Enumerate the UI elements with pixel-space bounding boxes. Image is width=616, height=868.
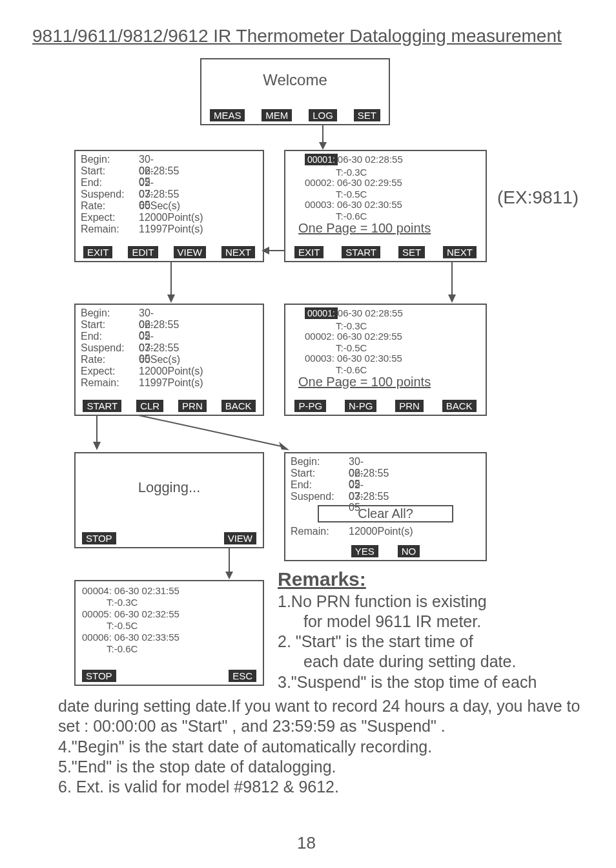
log1-t3: T:-0.6C — [336, 211, 367, 222]
clear-all-text: Clear All? — [318, 505, 453, 522]
logging-view-button[interactable]: VIEW — [224, 532, 256, 544]
welcome-screen: Welcome MEAS MEM LOG SET — [200, 58, 390, 125]
end-label: End: — [81, 177, 102, 188]
remarks-heading: Remarks: — [278, 567, 607, 592]
arrow-down-icon — [165, 261, 178, 303]
start-button[interactable]: START — [83, 400, 121, 412]
log2-pageinfo: One Page = 100 points — [298, 375, 431, 389]
page-title: 9811/9611/9812/9612 IR Thermometer Datal… — [32, 26, 584, 46]
back-button[interactable]: BACK — [221, 400, 256, 412]
begin-label: Begin: — [81, 307, 110, 318]
next-button[interactable]: NEXT — [221, 246, 255, 258]
log2-prn-button[interactable]: PRN — [395, 400, 424, 412]
page-number: 18 — [297, 833, 316, 853]
log1-pageinfo: One Page = 100 points — [298, 221, 431, 236]
welcome-text: Welcome — [201, 71, 389, 89]
remarks-side: Remarks: 1.No PRN function is existing f… — [278, 567, 607, 692]
expect-value: 12000Point(s) — [139, 212, 203, 223]
exit-button[interactable]: EXIT — [83, 246, 112, 258]
view-button[interactable]: VIEW — [174, 246, 206, 258]
arrow-diag-icon — [129, 415, 291, 453]
svg-marker-13 — [225, 572, 233, 579]
start-label: Start: — [81, 319, 105, 330]
view-stop-button[interactable]: STOP — [82, 670, 116, 682]
ppg-button[interactable]: P-PG — [294, 400, 326, 412]
clr-start-v: 02:28:55 — [349, 468, 389, 479]
log1-line3: 00003: 06-30 02:30:55 — [305, 199, 402, 210]
view-data-screen: 00004: 06-30 02:31:55 T:-0.3C 00005: 06-… — [74, 580, 264, 686]
stop-button[interactable]: STOP — [82, 532, 116, 544]
no-button[interactable]: NO — [398, 545, 420, 557]
svg-marker-9 — [93, 442, 101, 450]
start-value: 02:28:55 — [139, 319, 179, 331]
remark-1: 1.No PRN function is existing — [278, 592, 607, 612]
clr-button[interactable]: CLR — [136, 400, 163, 412]
remark-b2: 4."Begin" is the start date of automatic… — [58, 737, 588, 757]
suspend-label: Suspend: — [81, 342, 125, 353]
arrow-down-icon — [223, 547, 236, 579]
log2-t3: T:-0.6C — [336, 364, 367, 375]
expect-label: Expect: — [81, 212, 115, 223]
ex-label: (EX:9811) — [497, 187, 579, 208]
start-label: Start: — [81, 165, 105, 176]
rate-value: 60Sec(s) — [139, 200, 180, 212]
svg-line-10 — [136, 415, 284, 447]
clr-susp-v: 03:28:55 — [349, 491, 389, 502]
suspend-label: Suspend: — [81, 189, 125, 200]
log-button[interactable]: LOG — [309, 109, 337, 121]
clr-rem-l: Remain: — [291, 526, 329, 537]
log1-00001: 00001: — [305, 154, 338, 165]
remark-b4: 6. Ext. is valid for model #9812 & 9612. — [58, 777, 588, 797]
remark-b1: date during setting date.If you want to … — [58, 696, 588, 737]
log2-t1: T:-0.3C — [336, 320, 367, 331]
expect-value: 12000Point(s) — [139, 366, 203, 377]
remark-2: 2. "Start" is the start time of — [278, 632, 607, 652]
rate-label: Rate: — [81, 354, 105, 365]
log-screen-1: 00001:06-30 02:28:55 T:-0.3C 00002: 06-3… — [284, 150, 487, 262]
mem-button[interactable]: MEM — [262, 109, 292, 121]
remarks-bottom: date during setting date.If you want to … — [58, 696, 588, 797]
esc-button[interactable]: ESC — [229, 670, 256, 682]
set-button[interactable]: SET — [354, 109, 380, 121]
log1-set-button[interactable]: SET — [398, 246, 425, 258]
clr-start-l: Start: — [291, 468, 315, 479]
arrow-left-icon — [262, 244, 284, 257]
arrow-down-icon — [316, 124, 329, 150]
remain-value: 11997Point(s) — [139, 377, 203, 389]
edit-screen: Begin:30-06-05 Start:02:28:55 End:02-07-… — [74, 150, 264, 262]
log1-start-button[interactable]: START — [342, 246, 380, 258]
remark-1b: for model 9611 IR meter. — [278, 612, 607, 632]
edit-button[interactable]: EDIT — [128, 246, 158, 258]
view-l1: 00004: 06-30 02:31:55 — [82, 585, 180, 596]
arrow-down-icon — [446, 261, 458, 303]
svg-marker-5 — [167, 294, 175, 303]
view-l2: 00005: 06-30 02:32:55 — [82, 608, 180, 619]
npg-button[interactable]: N-PG — [345, 400, 377, 412]
log1-line1: 06-30 02:28:55 — [338, 154, 403, 165]
expect-label: Expect: — [81, 366, 115, 377]
log2-line3: 00003: 06-30 02:30:55 — [305, 353, 402, 364]
view-t2: T:-0.5C — [107, 620, 138, 631]
log2-back-button[interactable]: BACK — [442, 400, 477, 412]
log2-line1: 06-30 02:28:55 — [338, 307, 403, 318]
suspend-value: 03:28:55 — [139, 342, 179, 354]
log1-line2: 00002: 06-30 02:29:55 — [305, 177, 402, 188]
log-screen-2: 00001:06-30 02:28:55 T:-0.3C 00002: 06-3… — [284, 304, 487, 416]
meas-button[interactable]: MEAS — [210, 109, 245, 121]
end-label: End: — [81, 331, 102, 342]
svg-marker-11 — [279, 442, 289, 450]
log2-t2: T:-0.5C — [336, 342, 367, 353]
clr-susp-l: Suspend: — [291, 491, 334, 502]
log1-t1: T:-0.3C — [336, 167, 367, 178]
clr-end-l: End: — [291, 479, 312, 490]
prn-button[interactable]: PRN — [178, 400, 207, 412]
clear-screen: Begin:30-06-05 Start:02:28:55 End:02-07-… — [284, 452, 487, 561]
remain-value: 11997Point(s) — [139, 223, 203, 235]
remark-2b: each date during setting date. — [278, 652, 607, 672]
svg-marker-1 — [319, 142, 327, 150]
yes-button[interactable]: YES — [351, 545, 378, 557]
log1-exit-button[interactable]: EXIT — [294, 246, 323, 258]
log1-t2: T:-0.5C — [336, 189, 367, 200]
start-value: 02:28:55 — [139, 165, 179, 177]
log1-next-button[interactable]: NEXT — [443, 246, 477, 258]
